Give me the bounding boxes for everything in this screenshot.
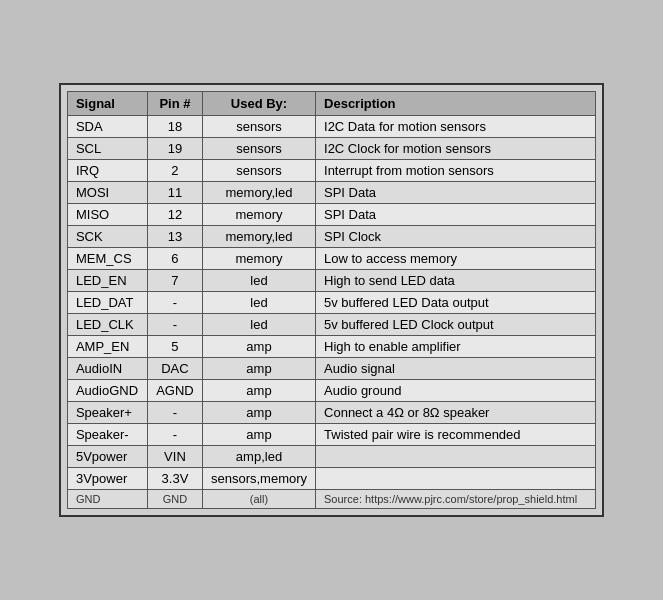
cell-signal: SDA (67, 116, 147, 138)
cell-pin: - (147, 402, 202, 424)
cell-description: 5v buffered LED Clock output (316, 314, 596, 336)
cell-signal: 5Vpower (67, 446, 147, 468)
table-row: MOSI11memory,ledSPI Data (67, 182, 595, 204)
cell-pin: 7 (147, 270, 202, 292)
cell-signal: AudioGND (67, 380, 147, 402)
cell-description: High to send LED data (316, 270, 596, 292)
cell-description: High to enable amplifier (316, 336, 596, 358)
cell-description: SPI Clock (316, 226, 596, 248)
cell-signal: LED_DAT (67, 292, 147, 314)
cell-pin: 6 (147, 248, 202, 270)
cell-pin: 19 (147, 138, 202, 160)
table-row: AudioGNDAGNDampAudio ground (67, 380, 595, 402)
table-row: AudioINDACampAudio signal (67, 358, 595, 380)
cell-usedby: (all) (202, 490, 315, 509)
cell-pin: AGND (147, 380, 202, 402)
cell-pin: 5 (147, 336, 202, 358)
table-row: IRQ2sensorsInterrupt from motion sensors (67, 160, 595, 182)
table-row: 5VpowerVINamp,led (67, 446, 595, 468)
cell-signal: Speaker- (67, 424, 147, 446)
cell-signal: IRQ (67, 160, 147, 182)
cell-signal: LED_CLK (67, 314, 147, 336)
cell-signal: Speaker+ (67, 402, 147, 424)
cell-usedby: sensors (202, 160, 315, 182)
table-row: SDA18sensorsI2C Data for motion sensors (67, 116, 595, 138)
cell-description (316, 446, 596, 468)
cell-usedby: amp (202, 402, 315, 424)
cell-description: 5v buffered LED Data output (316, 292, 596, 314)
cell-usedby: amp (202, 380, 315, 402)
table-row: LED_DAT-led5v buffered LED Data output (67, 292, 595, 314)
table-row: LED_EN7ledHigh to send LED data (67, 270, 595, 292)
cell-pin: 3.3V (147, 468, 202, 490)
cell-signal: MEM_CS (67, 248, 147, 270)
table-wrapper: Signal Pin # Used By: Description SDA18s… (59, 83, 604, 517)
table-row: Speaker--ampTwisted pair wire is recomme… (67, 424, 595, 446)
cell-usedby: memory,led (202, 182, 315, 204)
cell-signal: LED_EN (67, 270, 147, 292)
table-row: MEM_CS6memoryLow to access memory (67, 248, 595, 270)
cell-description: Twisted pair wire is recommended (316, 424, 596, 446)
cell-signal: AMP_EN (67, 336, 147, 358)
cell-usedby: led (202, 314, 315, 336)
cell-usedby: memory (202, 204, 315, 226)
cell-description: I2C Clock for motion sensors (316, 138, 596, 160)
cell-description: I2C Data for motion sensors (316, 116, 596, 138)
cell-signal: SCK (67, 226, 147, 248)
cell-usedby: amp (202, 424, 315, 446)
table-row: AMP_EN5ampHigh to enable amplifier (67, 336, 595, 358)
table-row: MISO12memorySPI Data (67, 204, 595, 226)
cell-description: SPI Data (316, 204, 596, 226)
cell-description: Interrupt from motion sensors (316, 160, 596, 182)
cell-usedby: memory,led (202, 226, 315, 248)
cell-description: Low to access memory (316, 248, 596, 270)
cell-signal: GND (67, 490, 147, 509)
signal-table: Signal Pin # Used By: Description SDA18s… (67, 91, 596, 509)
cell-pin: 18 (147, 116, 202, 138)
cell-description: Connect a 4Ω or 8Ω speaker (316, 402, 596, 424)
cell-usedby: sensors (202, 116, 315, 138)
table-row: SCK13memory,ledSPI Clock (67, 226, 595, 248)
cell-description: SPI Data (316, 182, 596, 204)
header-signal: Signal (67, 92, 147, 116)
cell-usedby: led (202, 292, 315, 314)
cell-pin: - (147, 314, 202, 336)
cell-pin: VIN (147, 446, 202, 468)
cell-pin: 11 (147, 182, 202, 204)
header-row: Signal Pin # Used By: Description (67, 92, 595, 116)
cell-signal: MOSI (67, 182, 147, 204)
cell-signal: MISO (67, 204, 147, 226)
cell-usedby: amp (202, 336, 315, 358)
cell-pin: DAC (147, 358, 202, 380)
cell-pin: 12 (147, 204, 202, 226)
cell-pin: - (147, 292, 202, 314)
cell-pin: 13 (147, 226, 202, 248)
cell-description: Source: https://www.pjrc.com/store/prop_… (316, 490, 596, 509)
header-usedby: Used By: (202, 92, 315, 116)
cell-description: Audio ground (316, 380, 596, 402)
cell-usedby: led (202, 270, 315, 292)
table-row: GNDGND(all)Source: https://www.pjrc.com/… (67, 490, 595, 509)
header-pin: Pin # (147, 92, 202, 116)
cell-signal: AudioIN (67, 358, 147, 380)
cell-description (316, 468, 596, 490)
cell-usedby: amp,led (202, 446, 315, 468)
cell-usedby: amp (202, 358, 315, 380)
cell-signal: SCL (67, 138, 147, 160)
cell-pin: - (147, 424, 202, 446)
cell-signal: 3Vpower (67, 468, 147, 490)
table-row: 3Vpower3.3Vsensors,memory (67, 468, 595, 490)
table-row: SCL19sensorsI2C Clock for motion sensors (67, 138, 595, 160)
table-row: Speaker+-ampConnect a 4Ω or 8Ω speaker (67, 402, 595, 424)
cell-pin: 2 (147, 160, 202, 182)
cell-description: Audio signal (316, 358, 596, 380)
header-description: Description (316, 92, 596, 116)
table-row: LED_CLK-led5v buffered LED Clock output (67, 314, 595, 336)
cell-usedby: sensors,memory (202, 468, 315, 490)
cell-usedby: sensors (202, 138, 315, 160)
cell-usedby: memory (202, 248, 315, 270)
cell-pin: GND (147, 490, 202, 509)
